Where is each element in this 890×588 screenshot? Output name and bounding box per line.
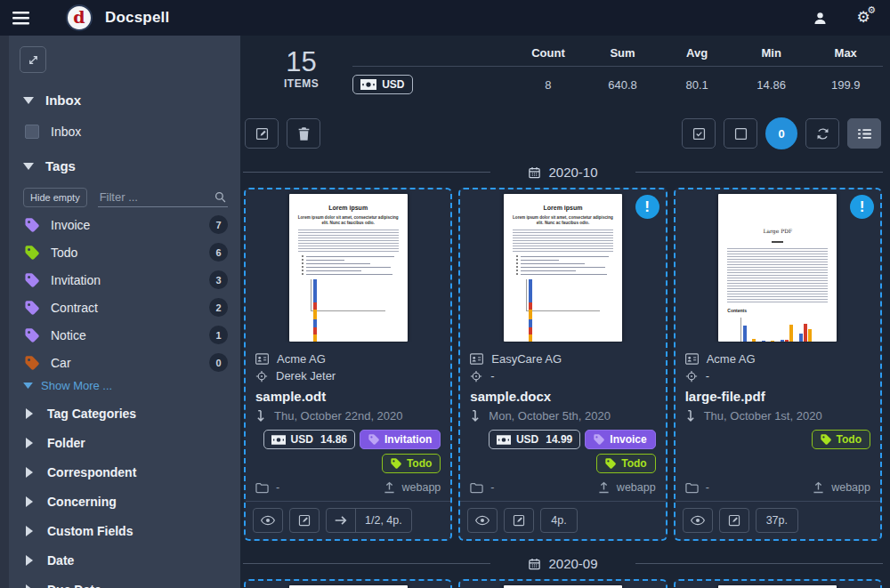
deselect-all-button[interactable]	[724, 118, 757, 149]
money-icon	[360, 79, 376, 90]
show-more-tags[interactable]: Show More ...	[23, 379, 231, 392]
item-name: sample.docx	[470, 389, 655, 404]
crosshairs-icon	[685, 370, 698, 383]
search-sidebar: Inbox Inbox Tags Hide empty	[0, 36, 240, 588]
address-card-icon	[685, 353, 699, 365]
amount-currency: USD	[516, 433, 538, 446]
trash-icon	[298, 127, 310, 141]
sidebar-section-collapsed[interactable]: Due Date	[18, 576, 231, 588]
sidebar-section-inbox[interactable]: Inbox	[23, 93, 231, 108]
document-thumbnail[interactable]: Lorem ipsum dolor sit amet, consectetur …	[460, 581, 665, 588]
open-linked-button[interactable]	[327, 509, 356, 532]
user-menu-button[interactable]	[813, 11, 828, 26]
select-mode-button[interactable]	[682, 118, 716, 149]
card-footer: 1/2, 4p.	[246, 501, 450, 539]
preview-paragraph	[513, 230, 613, 253]
sidebar-section-collapsed[interactable]: Concerning	[18, 487, 231, 516]
tag-badge-label: Todo	[621, 457, 646, 470]
settings-button[interactable]: ⚙ ⚙	[853, 8, 874, 28]
sidebar-section-collapsed[interactable]: Custom Fields	[18, 517, 231, 545]
concerning-name: -	[490, 369, 494, 383]
item-card[interactable]: Lorem ipsum Lorem ipsum dolor sit amet, …	[244, 188, 452, 541]
document-thumbnail[interactable]: Keywords in PDF	[246, 581, 450, 588]
badges-row: Todo	[685, 430, 870, 449]
view-item-button[interactable]	[683, 508, 713, 533]
expand-sidebar-button[interactable]	[20, 46, 46, 73]
concerning-row: -	[470, 369, 655, 383]
caret-right-icon	[25, 496, 34, 507]
folder-icon	[255, 482, 269, 494]
edit-item-button[interactable]	[289, 508, 320, 533]
sidebar-section-collapsed[interactable]: Folder	[18, 429, 231, 457]
tag-label: Invitation	[51, 273, 198, 287]
sidebar-tag-item[interactable]: Todo 6	[18, 238, 231, 266]
page-count-pill: 37p.	[756, 508, 798, 533]
item-card[interactable]: Keywords in PDF	[244, 579, 452, 588]
caret-right-icon	[25, 408, 34, 419]
edit-selection-button[interactable]	[245, 118, 279, 149]
edit-item-button[interactable]	[719, 508, 749, 533]
sidebar-section-collapsed[interactable]: Date	[18, 546, 231, 575]
currency-badge: USD	[352, 75, 412, 94]
sidebar-tag-item[interactable]: Contract 2	[18, 294, 231, 321]
preview-title: Large PDF	[727, 228, 828, 234]
item-card[interactable]: ! Large PDF Contents	[674, 188, 882, 541]
sidebar-section-tags[interactable]: Tags	[23, 158, 231, 173]
inbox-filter-row[interactable]: Inbox	[25, 125, 231, 139]
delete-selection-button[interactable]	[287, 118, 320, 149]
stats-value: 80.1	[659, 78, 734, 92]
item-list-main: 15 ITEMS Count Sum Avg Min Max	[240, 36, 890, 588]
sidebar-tag-item[interactable]: Invoice 7	[18, 211, 231, 238]
preview-bullet-list	[513, 256, 613, 275]
item-meta: Acme AG Derek Jeter sample.odt	[246, 342, 450, 475]
sidebar-section-collapsed[interactable]: Correspondent	[18, 458, 231, 487]
card-grid: Keywords in PDF	[243, 579, 883, 588]
preview-title: Lorem ipsum	[298, 205, 399, 211]
stats-table: Count Sum Avg Min Max USD 8 640.8	[352, 46, 883, 94]
correspondent-row: EasyCare AG	[470, 352, 655, 366]
tag-icon	[821, 434, 831, 445]
tag-filter-input[interactable]	[98, 188, 228, 207]
preview-paragraph	[298, 230, 399, 253]
sidebar-section-collapsed[interactable]: Tag Categories	[18, 399, 231, 428]
document-thumbnail[interactable]: Lorem ipsum Lorem ipsum dolor sit amet, …	[676, 581, 880, 588]
document-thumbnail[interactable]: Lorem ipsum Lorem ipsum dolor sit amet, …	[246, 189, 450, 342]
tag-badge: Todo	[812, 430, 870, 449]
list-view-button[interactable]	[847, 118, 881, 149]
sidebar-tag-item[interactable]: Invitation 3	[18, 266, 231, 294]
stats-value: 14.86	[734, 78, 809, 92]
folder-value: -	[706, 481, 709, 494]
sidebar-section-label: Inbox	[45, 93, 81, 108]
sidebar-scrollbar[interactable]	[0, 36, 9, 588]
view-item-button[interactable]	[253, 508, 283, 533]
sidebar-tag-item[interactable]: Notice 1	[18, 321, 231, 349]
view-item-button[interactable]	[467, 508, 498, 533]
item-card[interactable]: ! Lorem ipsum Lorem ipsum dolor sit amet…	[458, 188, 667, 541]
inbox-checkbox-label: Inbox	[51, 125, 81, 139]
search-stats: 15 ITEMS Count Sum Avg Min Max	[243, 46, 883, 94]
search-icon	[214, 191, 226, 203]
concerning-name: Derek Jeter	[276, 369, 336, 383]
alert-badge: !	[850, 195, 874, 219]
item-meta: EasyCare AG - sample.docx Mon,	[460, 342, 665, 475]
refresh-button[interactable]	[805, 118, 839, 149]
source-value: webapp	[617, 481, 656, 494]
top-navbar: d Docspell ⚙ ⚙	[0, 0, 890, 36]
linked-pages-group: 1/2, 4p.	[326, 508, 412, 533]
user-icon	[813, 11, 828, 26]
sidebar-section-label: Tags	[45, 158, 76, 173]
document-thumbnail[interactable]: Large PDF Contents	[676, 189, 880, 342]
sidebar-tag-item[interactable]: Car 0	[18, 349, 231, 376]
item-card[interactable]: Lorem ipsum Lorem ipsum dolor sit amet, …	[674, 579, 882, 588]
tag-icon	[594, 434, 604, 445]
folder-icon	[470, 482, 483, 494]
tag-list: Invoice 7 Todo 6 Invitation 3 Contract 2…	[18, 211, 231, 376]
inbox-checkbox[interactable]	[25, 125, 39, 139]
hamburger-menu-icon[interactable]	[9, 6, 32, 29]
document-thumbnail[interactable]: Lorem ipsum Lorem ipsum dolor sit amet, …	[460, 189, 665, 342]
tag-count-badge: 3	[209, 270, 228, 289]
sidebar-section-label: Custom Fields	[47, 524, 133, 538]
hide-empty-button[interactable]: Hide empty	[23, 188, 87, 207]
item-card[interactable]: Lorem ipsum dolor sit amet, consectetur …	[458, 579, 667, 588]
edit-item-button[interactable]	[504, 508, 534, 533]
